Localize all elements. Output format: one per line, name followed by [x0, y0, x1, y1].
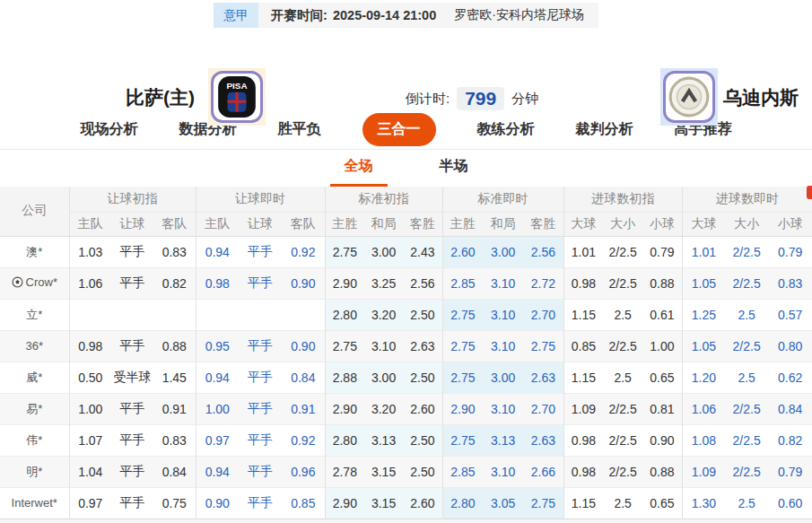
company-cell[interactable]: 澳*	[0, 236, 69, 267]
odds-cell: 2/2.5	[603, 456, 642, 487]
odds-cell: 2/2.5	[725, 236, 768, 267]
odds-cell: 2.50	[403, 424, 442, 456]
odds-cell: 2/2.5	[725, 330, 768, 362]
kickoff-time: 2025-09-14 21:00	[333, 8, 436, 22]
odds-cell: 1.15	[563, 487, 603, 519]
company-cell[interactable]: 明*	[0, 456, 69, 487]
column-header: 大球	[563, 212, 603, 236]
column-header: 让球	[239, 212, 282, 236]
odds-cell: 平手	[111, 487, 153, 519]
odds-cell: 0.50	[69, 362, 111, 393]
company-cell[interactable]: 立*	[0, 299, 69, 330]
odds-cell: 2.75	[442, 362, 483, 393]
group-header-1: 让球初指	[69, 187, 196, 212]
company-cell[interactable]: Interwet*	[0, 487, 69, 519]
odds-cell: 2.75	[442, 330, 483, 362]
odds-cell: 2.50	[403, 362, 442, 393]
odds-cell: 0.96	[282, 456, 325, 487]
odds-cell: 1.01	[682, 236, 725, 267]
odds-cell: 平手	[239, 236, 282, 267]
odds-cell: 0.91	[282, 393, 325, 424]
column-header: 主胜	[325, 212, 364, 236]
nav-tab-6[interactable]: 裁判分析	[576, 120, 633, 139]
odds-cell: 2.75	[442, 424, 483, 456]
company-column-header: 公司	[0, 187, 69, 236]
table-row: 明*1.04平手0.840.94平手0.962.783.152.502.853.…	[0, 456, 812, 487]
odds-cell: 2/2.5	[603, 393, 642, 424]
odds-cell: 2/2.5	[725, 267, 768, 299]
odds-cell: 3.13	[483, 424, 523, 456]
company-cell[interactable]: Crow*	[0, 267, 69, 299]
odds-cell: 2/2.5	[603, 267, 642, 299]
odds-cell: 1.03	[69, 236, 111, 267]
match-header: 比萨(主) PISA 倒计时: 799 分钟 乌迪内斯	[0, 28, 812, 110]
soccer-ball-icon	[12, 276, 23, 291]
league-badge[interactable]: 意甲	[214, 3, 258, 28]
column-header: 主队	[69, 212, 111, 236]
odds-cell: 2.80	[325, 424, 364, 456]
nav-tab-1[interactable]: 现场分析	[81, 120, 138, 139]
odds-cell: 0.98	[563, 424, 603, 456]
group-header-5: 进球数初指	[563, 187, 682, 212]
nav-tab-4[interactable]: 三合一	[362, 113, 436, 146]
odds-cell: 1.09	[682, 456, 725, 487]
table-row: 易*1.00平手0.911.00平手0.912.903.202.602.903.…	[0, 393, 812, 424]
odds-cell: 1.25	[682, 299, 725, 330]
odds-cell: 2.60	[403, 393, 442, 424]
odds-cell: 0.57	[768, 299, 812, 330]
odds-cell: 3.10	[483, 456, 523, 487]
floating-edge-widget[interactable]	[807, 186, 812, 199]
odds-cell: 2.90	[325, 487, 364, 519]
odds-cell: 0.65	[642, 487, 682, 519]
odds-cell	[239, 299, 282, 330]
odds-cell: 1.09	[563, 393, 603, 424]
odds-cell: 3.10	[483, 267, 523, 299]
odds-cell: 2.80	[325, 299, 364, 330]
column-header: 小球	[768, 212, 812, 236]
odds-cell: 3.25	[364, 267, 403, 299]
countdown: 倒计时: 799 分钟	[406, 87, 538, 110]
odds-cell	[153, 299, 196, 330]
odds-cell: 2.75	[325, 236, 364, 267]
odds-cell: 2.80	[442, 487, 483, 519]
odds-cell: 0.92	[282, 424, 325, 456]
odds-cell: 2.5	[725, 487, 768, 519]
odds-cell: 2.5	[603, 362, 642, 393]
nav-tab-3[interactable]: 胜平负	[278, 120, 321, 139]
odds-cell: 2.5	[603, 299, 642, 330]
odds-cell: 2.75	[523, 487, 563, 519]
sub-tab-2[interactable]: 半场	[434, 157, 474, 187]
match-info-strip: 意甲 开赛时间: 2025-09-14 21:00 罗密欧·安科内塔尼球场	[214, 3, 598, 28]
svg-text:PISA: PISA	[226, 81, 247, 91]
column-header: 客队	[153, 212, 196, 236]
odds-cell: 1.30	[682, 487, 725, 519]
odds-cell: 2/2.5	[725, 393, 768, 424]
table-row: 伟*1.07平手0.830.97平手0.922.803.132.502.753.…	[0, 424, 812, 456]
odds-cell	[196, 299, 239, 330]
odds-cell: 0.81	[642, 393, 682, 424]
odds-cell: 0.65	[642, 362, 682, 393]
company-cell[interactable]: 易*	[0, 393, 69, 424]
odds-cell: 0.88	[153, 330, 196, 362]
company-cell[interactable]: 伟*	[0, 424, 69, 456]
odds-cell: 0.84	[153, 456, 196, 487]
header-row-groups: 公司让球初指让球即时标准初指标准即时进球数初指进球数即时	[0, 187, 812, 212]
nav-tab-5[interactable]: 教练分析	[477, 120, 535, 139]
odds-cell: 3.00	[483, 236, 523, 267]
company-cell[interactable]: 威*	[0, 362, 69, 393]
odds-cell: 2.63	[523, 424, 563, 456]
countdown-label: 倒计时:	[406, 91, 450, 108]
odds-cell: 0.90	[196, 487, 239, 519]
odds-cell: 0.95	[196, 330, 239, 362]
odds-cell: 3.00	[483, 362, 523, 393]
odds-cell: 1.00	[196, 393, 239, 424]
odds-cell: 0.61	[642, 299, 682, 330]
sub-tab-1[interactable]: 全场	[339, 157, 379, 187]
kickoff-label: 开赛时间:	[271, 7, 327, 24]
odds-cell: 3.00	[364, 362, 403, 393]
odds-cell: 1.00	[69, 393, 111, 424]
company-cell[interactable]: 36*	[0, 330, 69, 362]
odds-cell: 2.5	[725, 362, 768, 393]
odds-cell: 2.70	[523, 299, 563, 330]
odds-cell: 0.97	[196, 424, 239, 456]
